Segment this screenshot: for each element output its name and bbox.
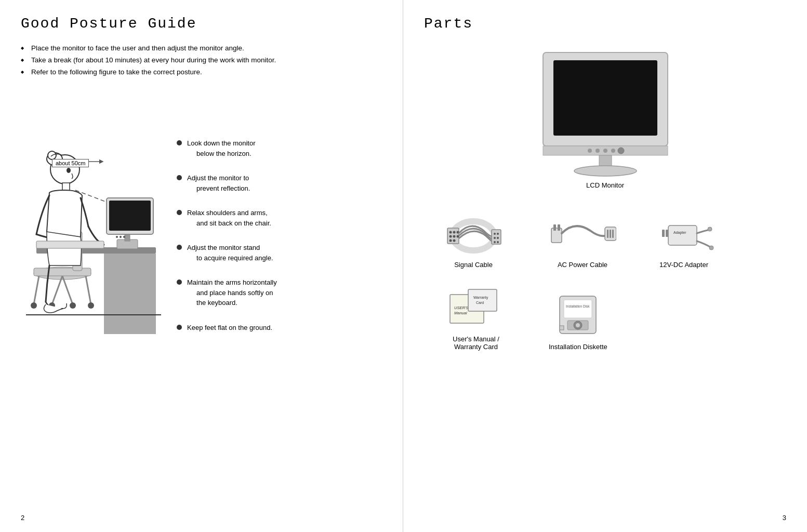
svg-point-52 [497,233,499,235]
svg-point-49 [453,240,456,242]
svg-rect-67 [662,230,665,237]
tip-1: Look down the monitor below the horizon. [177,138,382,158]
lcd-monitor-item: LCD Monitor [527,47,683,189]
tips-area: Look down the monitor below the horizon.… [166,86,382,347]
tip-2: Adjust the monitor to prevent reflection… [177,173,382,193]
svg-text:Warranty: Warranty [473,296,488,300]
posture-section: about 50cm [21,86,382,347]
tip-dot-1 [177,140,182,145]
svg-text:Manual: Manual [454,311,467,315]
svg-point-12 [31,302,37,309]
svg-point-54 [497,237,499,239]
svg-text:Card: Card [476,301,484,304]
svg-line-10 [52,276,62,304]
users-manual-label: User's Manual /Warranty Card [453,335,499,351]
svg-point-46 [453,235,456,238]
bullet-1: Place the monitor to face the user and t… [21,44,382,52]
svg-point-69 [709,246,713,250]
page-number-right: 3 [783,514,786,522]
page-number-left: 2 [21,514,24,522]
adapter-icon: Adapter [653,215,715,257]
svg-rect-24 [109,201,151,231]
left-title: Good Posture Guide [21,16,382,32]
left-page: Good Posture Guide Place the monitor to … [0,0,403,532]
svg-point-53 [494,237,496,239]
tip-3: Relax shoulders and arms, and sit back o… [177,208,382,228]
svg-point-48 [449,240,452,242]
svg-rect-82 [560,326,564,330]
tip-6: Keep feet flat on the ground. [177,323,382,333]
svg-point-37 [618,148,624,154]
figure-area: about 50cm [21,86,166,347]
diskette-icon: Installation Disk [554,292,601,339]
distance-label: about 50cm [52,159,89,167]
svg-point-39 [574,166,637,176]
svg-rect-57 [551,228,562,243]
tip-dot-3 [177,210,182,215]
svg-rect-58 [553,224,556,231]
svg-point-15 [70,302,76,309]
users-manual-item: USER'S Manual Warranty Card User's Manua… [445,284,507,351]
tip-text-4: Adjust the monitor stand to acquire requ… [187,243,273,263]
tip-text-3: Relax shoulders and arms, and sit back o… [187,208,271,228]
tip-4: Adjust the monitor stand to acquire requ… [177,243,382,263]
svg-line-8 [34,276,39,304]
tip-dot-6 [177,325,182,330]
svg-rect-68 [666,230,668,237]
signal-cable-label: Signal Cable [454,261,493,269]
tip-5: Maintain the arms horizontally and place… [177,277,382,308]
svg-point-51 [494,233,496,235]
lcd-monitor-label: LCD Monitor [586,181,624,189]
right-page: Parts LCD Monitor [403,0,807,532]
svg-rect-73 [468,289,497,311]
svg-rect-64 [668,225,697,245]
svg-point-55 [494,241,496,243]
svg-point-34 [596,149,600,153]
users-manual-icon: USER'S Manual Warranty Card [445,284,507,331]
svg-point-36 [611,149,615,153]
svg-rect-77 [564,300,592,318]
svg-point-25 [116,236,118,238]
bullet-2: Take a break (for about 10 minutes) at e… [21,56,382,64]
tip-text-1: Look down the monitor below the horizon. [187,138,256,158]
svg-point-81 [576,323,580,327]
bullet-3: Refer to the following figure to take th… [21,68,382,76]
svg-point-56 [497,241,499,243]
svg-point-19 [67,168,71,173]
ac-power-cable-item: AC Power Cable [549,210,616,269]
svg-point-45 [449,235,452,238]
svg-point-35 [603,149,607,153]
lcd-monitor-icon [527,47,683,177]
diskette-label: Installation Diskette [549,343,607,351]
svg-line-9 [86,276,91,304]
svg-point-33 [588,149,592,153]
posture-figure [21,86,166,336]
ac-power-cable-label: AC Power Cable [558,261,607,269]
tip-dot-4 [177,245,182,250]
diskette-item: Installation Disk Installation Diskette [549,292,607,351]
svg-point-13 [88,302,94,309]
signal-cable-item: Signal Cable [445,212,502,269]
svg-rect-6 [34,268,91,276]
bullet-list: Place the monitor to face the user and t… [21,44,382,76]
svg-point-26 [120,236,122,238]
tip-text-5: Maintain the arms horizontally and place… [187,277,277,308]
accessories-row-2: USER'S Manual Warranty Card User's Manua… [424,284,786,351]
svg-text:USER'S: USER'S [454,305,468,310]
svg-rect-62 [610,230,611,238]
svg-rect-61 [607,230,608,238]
tip-dot-2 [177,175,182,180]
accessories-row-1: Signal Cable AC Power Cable [424,210,786,269]
svg-rect-28 [36,241,104,248]
svg-text:Adapter: Adapter [673,231,686,235]
svg-point-27 [123,236,125,238]
adapter-item: Adapter 12V-DC Adapter [653,215,715,269]
svg-rect-4 [104,254,156,334]
tip-dot-5 [177,280,182,285]
tip-text-6: Keep feet flat on the ground. [187,323,272,333]
svg-rect-50 [492,230,501,244]
ac-power-cable-icon [549,210,616,257]
signal-cable-icon [445,212,502,257]
svg-line-11 [62,276,73,304]
adapter-label: 12V-DC Adapter [659,261,708,269]
